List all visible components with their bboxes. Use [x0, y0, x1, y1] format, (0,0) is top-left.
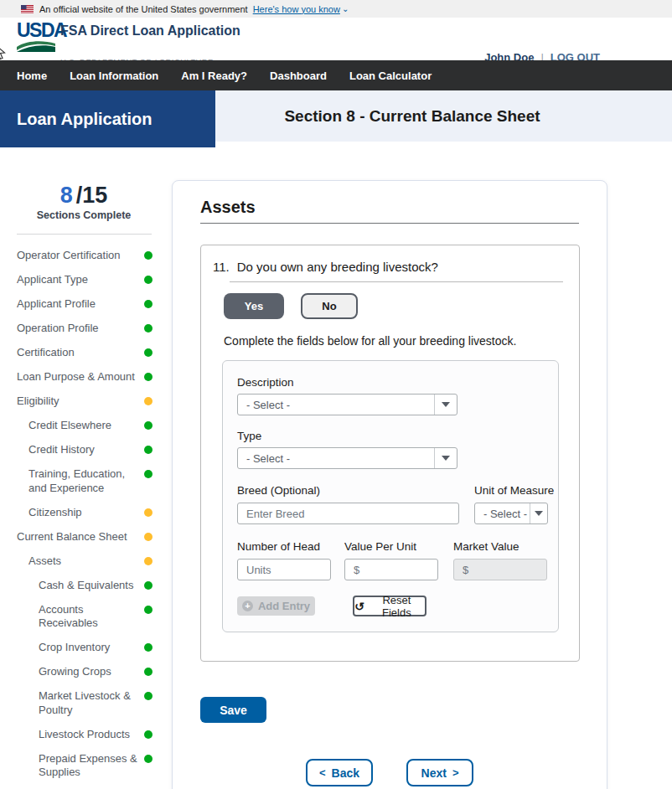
- next-label: Next: [421, 766, 447, 780]
- sidebar-item-label: Certification: [17, 346, 75, 358]
- usda-swoosh-icon: [17, 39, 55, 52]
- breed-input[interactable]: [237, 503, 459, 524]
- sidebar-item-livestock-products[interactable]: Livestock Products: [0, 728, 168, 742]
- progress-caption: Sections Complete: [0, 209, 168, 221]
- question-card: 11. Do you own any breeding livestock? Y…: [200, 245, 580, 662]
- dropdown-arrow-icon[interactable]: [434, 448, 457, 468]
- save-button[interactable]: Save: [200, 697, 266, 723]
- nav-item-loan-calculator[interactable]: Loan Calculator: [349, 70, 432, 82]
- status-dot-yellow: [144, 557, 152, 565]
- sidebar-item-eligibility[interactable]: Eligibility: [0, 394, 168, 409]
- sidebar-item-label: Eligibility: [17, 394, 59, 407]
- sidebar-divider: [17, 234, 152, 235]
- value-per-unit-input[interactable]: [344, 559, 438, 580]
- sidebar-item-prepaid-expenses-supplies[interactable]: Prepaid Expenses & Supplies: [0, 752, 168, 780]
- add-entry-button: + Add Entry: [237, 596, 315, 616]
- sidebar-item-cash-equivalents[interactable]: Cash & Equivalents: [0, 579, 168, 593]
- number-of-head-input[interactable]: [237, 559, 331, 580]
- sidebar-item-training-education-and-experience[interactable]: Training, Education, and Experience: [0, 467, 168, 495]
- assets-divider: [200, 223, 579, 224]
- unit-of-measure-label: Unit of Measure: [474, 484, 554, 497]
- status-dot-green: [144, 668, 152, 676]
- chevron-right-icon: >: [452, 766, 459, 779]
- reset-fields-button[interactable]: ↺ Reset Fields: [353, 596, 426, 616]
- nav-item-home[interactable]: Home: [17, 70, 47, 82]
- section-header: Section 8 - Current Balance Sheet: [215, 90, 672, 142]
- uom-select-value: - Select -: [475, 503, 530, 523]
- question-number: 11.: [213, 260, 230, 274]
- sidebar-item-certification[interactable]: Certification: [0, 346, 168, 360]
- sidebar-item-label: Livestock Products: [39, 728, 130, 740]
- sidebar-item-label: Market Livestock & Poultry: [39, 689, 131, 716]
- sidebar-item-current-balance-sheet[interactable]: Current Balance Sheet: [0, 530, 168, 544]
- status-dot-green: [144, 755, 152, 763]
- value-per-unit-label: Value Per Unit: [344, 540, 416, 553]
- sidebar-item-market-livestock-poultry[interactable]: Market Livestock & Poultry: [0, 689, 168, 717]
- sidebar-item-citizenship[interactable]: Citizenship: [0, 506, 168, 520]
- status-dot-green: [144, 606, 152, 614]
- question-row: 11. Do you own any breeding livestock?: [213, 260, 438, 274]
- banner-text: An official website of the United States…: [39, 4, 248, 14]
- sidebar-item-loan-purpose-amount[interactable]: Loan Purpose & Amount: [0, 370, 168, 384]
- add-entry-label: Add Entry: [258, 600, 310, 612]
- plus-icon: +: [242, 601, 253, 611]
- status-dot-green: [144, 421, 152, 430]
- progress-sidebar: 8/15 Sections Complete Operator Certific…: [0, 183, 168, 789]
- unit-of-measure-select[interactable]: - Select -: [474, 503, 548, 524]
- status-dot-green: [144, 470, 152, 478]
- progress-count: 8/15: [0, 183, 168, 209]
- progress-total: /15: [76, 183, 108, 208]
- status-dot-green: [144, 373, 152, 381]
- status-dot-green: [144, 581, 152, 590]
- status-dot-green: [144, 324, 152, 333]
- status-dot-yellow: [144, 533, 152, 541]
- sidebar-item-label: Credit History: [28, 443, 95, 456]
- status-dot-green: [144, 730, 152, 739]
- sidebar-item-crop-inventory[interactable]: Crop Inventory: [0, 641, 168, 655]
- assets-heading: Assets: [200, 198, 256, 217]
- sidebar-item-operator-certification[interactable]: Operator Certification: [0, 249, 168, 263]
- sidebar-item-growing-crops[interactable]: Growing Crops: [0, 665, 168, 679]
- market-value-input: [453, 559, 547, 580]
- sidebar-item-applicant-profile[interactable]: Applicant Profile: [0, 297, 168, 312]
- sidebar-item-label: Loan Purpose & Amount: [17, 370, 135, 383]
- nav-item-am-i-ready[interactable]: Am I Ready?: [181, 70, 247, 82]
- sidebar-item-operation-profile[interactable]: Operation Profile: [0, 322, 168, 336]
- livestock-entry-form: Description - Select - Type - Select - B…: [222, 360, 559, 632]
- usda-logo[interactable]: USDA: [17, 22, 57, 55]
- dropdown-arrow-icon[interactable]: [530, 503, 547, 523]
- next-button[interactable]: Next >: [406, 759, 473, 786]
- gov-banner: An official website of the United States…: [0, 0, 672, 18]
- sidebar-item-applicant-type[interactable]: Applicant Type: [0, 273, 168, 287]
- sidebar-item-credit-history[interactable]: Credit History: [0, 443, 168, 457]
- sidebar-item-label: Applicant Type: [17, 273, 88, 286]
- sidebar-item-credit-elsewhere[interactable]: Credit Elsewhere: [0, 419, 168, 433]
- chevron-down-icon[interactable]: ⌄: [342, 4, 349, 13]
- number-of-head-label: Number of Head: [237, 540, 320, 553]
- back-button[interactable]: < Back: [306, 759, 373, 786]
- sidebar-item-label: Prepaid Expenses & Supplies: [39, 752, 137, 779]
- status-dot-green: [144, 300, 152, 308]
- breed-label: Breed (Optional): [237, 484, 320, 497]
- sidebar-item-accounts-receivables[interactable]: Accounts Receivables: [0, 603, 168, 631]
- no-button[interactable]: No: [301, 293, 358, 319]
- main-nav: HomeLoan InformationAm I Ready?Dashboard…: [0, 60, 672, 90]
- sidebar-item-label: Current Balance Sheet: [17, 530, 127, 543]
- progress-completed: 8: [60, 183, 73, 208]
- description-select[interactable]: - Select -: [237, 394, 457, 415]
- loan-application-banner: Loan Application: [0, 90, 215, 147]
- nav-item-loan-information[interactable]: Loan Information: [70, 70, 158, 82]
- sidebar-item-assets[interactable]: Assets: [0, 554, 168, 569]
- sidebar-item-label: Training, Education, and Experience: [28, 467, 125, 494]
- sidebar-item-label: Cash & Equivalents: [39, 579, 133, 591]
- assets-panel: Assets 11. Do you own any breeding lives…: [172, 180, 607, 789]
- dropdown-arrow-icon[interactable]: [434, 394, 457, 415]
- sidebar-item-label: Operator Certification: [17, 249, 121, 261]
- type-select[interactable]: - Select -: [237, 447, 457, 469]
- how-you-know-link[interactable]: Here's how you know: [253, 4, 340, 14]
- nav-item-dashboard[interactable]: Dashboard: [270, 70, 327, 82]
- question-text: Do you own any breeding livestock?: [237, 260, 438, 274]
- yes-button[interactable]: Yes: [224, 293, 284, 319]
- yes-no-group: Yes No: [224, 293, 358, 319]
- question-divider: [230, 281, 563, 282]
